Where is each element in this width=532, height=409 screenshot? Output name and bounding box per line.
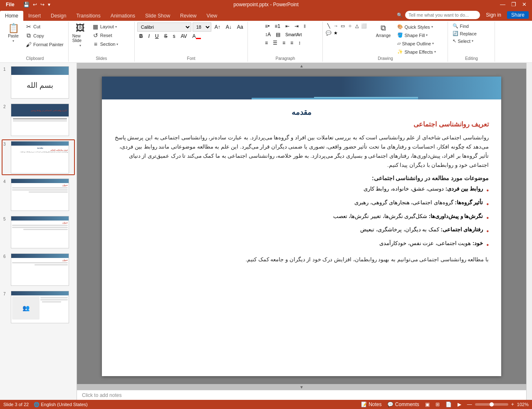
notes-bar[interactable]: Click to add notes [77, 390, 526, 400]
replace-button[interactable]: 🔄 Replace [450, 30, 492, 37]
shape-fill-button[interactable]: 🪣 Shape Fill ▾ [395, 32, 445, 39]
align-left-button[interactable]: ≡ [263, 39, 270, 47]
align-center-button[interactable]: ☰ [271, 39, 280, 47]
format-painter-button[interactable]: 🖌 Format Painter [23, 40, 66, 49]
current-slide[interactable]: مقدمه تعریف روانشناسی اجتماعی روانشناسی … [102, 77, 501, 376]
zoom-out-button[interactable]: — [466, 402, 473, 407]
shape-rect[interactable]: ▭ [339, 22, 346, 29]
slide-thumb-1[interactable]: 1 بسم الله [2, 64, 75, 100]
italic-button[interactable]: I [146, 32, 151, 40]
font-color-button[interactable]: A [191, 32, 203, 40]
tab-insert[interactable]: Insert [23, 11, 46, 21]
font-name-select[interactable]: Calibri [137, 22, 191, 32]
shape-oval[interactable]: ○ [346, 22, 353, 29]
text-direction-button[interactable]: ↕A [263, 31, 273, 38]
slide-thumb-4[interactable]: 4 عنوان [2, 177, 75, 213]
quick-styles-button[interactable]: 🎨 Quick Styles ▾ [395, 23, 445, 30]
redo-button[interactable]: ↪ [39, 1, 46, 8]
bullets-button[interactable]: ≡• [263, 22, 272, 30]
right-scrollbar[interactable] [526, 63, 532, 400]
numbering-button[interactable]: ≡1 [272, 22, 282, 30]
slide-thumb-6[interactable]: 6 عنوان [2, 252, 75, 288]
shape-arrow[interactable]: → [332, 22, 339, 29]
zoom-in-button[interactable]: + [510, 402, 515, 407]
sign-in-button[interactable]: Sign in [483, 12, 505, 18]
undo-button[interactable]: ↩ [32, 1, 38, 8]
slide-image-3: مقدمه تعریف روانشناسی اجتماعی روانشناسی … [11, 141, 69, 174]
customize-qat-button[interactable]: ▾ [47, 1, 52, 8]
shape-line[interactable]: ╲ [325, 22, 332, 29]
slide-thumb-3[interactable]: 3 مقدمه تعریف روانشناسی اجتماعی روانشناس… [2, 139, 75, 175]
slide-show-button[interactable]: ▶ [456, 402, 463, 407]
reading-view-button[interactable]: 📄 [444, 402, 453, 407]
justify-button[interactable]: ≡ [288, 39, 295, 47]
copy-button[interactable]: ⧉ Copy [23, 31, 66, 40]
reset-button[interactable]: ↺ Reset [90, 31, 132, 40]
comments-status-button[interactable]: 💬 Comments [386, 402, 420, 407]
slide-sorter-button[interactable]: ⊞ [434, 402, 441, 407]
shape-star[interactable]: ★ [332, 30, 339, 36]
notes-status-button[interactable]: 📝 Notes [360, 402, 383, 407]
restore-button[interactable]: ❐ [509, 0, 518, 9]
save-button[interactable]: 💾 [22, 1, 31, 8]
find-button[interactable]: 🔍 Find [450, 22, 492, 30]
tab-design[interactable]: Design [46, 11, 71, 21]
align-text-button[interactable]: ▤ [274, 31, 282, 38]
bullet-item-5: • خود: هویت اجتماعی، عزت نفس، خودکارآمدی [114, 239, 489, 250]
tab-transitions[interactable]: Transitions [71, 11, 105, 21]
select-button[interactable]: ↖ Select ▾ [450, 37, 492, 45]
line-spacing-button[interactable]: ↕ [296, 39, 303, 47]
increase-font-button[interactable]: A↑ [213, 23, 223, 31]
shape-triangle[interactable]: △ [354, 22, 360, 29]
char-spacing-button[interactable]: AV [178, 32, 189, 40]
columns-button[interactable]: ⫴ [302, 22, 308, 30]
tab-home[interactable]: Home [0, 11, 23, 21]
slide-number-4: 4 [3, 179, 9, 184]
share-button[interactable]: Share [507, 11, 529, 19]
font-size-select[interactable]: 18 [193, 22, 211, 32]
new-slide-button[interactable]: 🖼 New Slide ▾ [71, 22, 89, 49]
paste-button[interactable]: 📋 Paste ▾ [4, 22, 22, 44]
shape-more[interactable]: ⬜ [361, 22, 367, 29]
bold-button[interactable]: B [137, 32, 145, 40]
slide-header [102, 77, 501, 99]
align-right-button[interactable]: ≡ [280, 39, 287, 47]
normal-view-button[interactable]: ▣ [424, 402, 431, 407]
section-button[interactable]: ≡ Section ▾ [90, 40, 132, 48]
font-group: Calibri 18 A↑ A↓ Aa B I U S s [135, 22, 248, 62]
slide-thumb-5[interactable]: 5 عنوان [2, 214, 75, 250]
clipboard-small-group: ✂ Cut ⧉ Copy 🖌 Format Painter [23, 22, 66, 49]
layout-button[interactable]: ▦ Layout ▾ [90, 22, 132, 31]
ribbon-tabs: Home Insert Design Transitions Animation… [0, 9, 222, 21]
slide-thumb-7[interactable]: 7 👥 [2, 289, 75, 325]
paragraph-label: Paragraph [276, 55, 295, 61]
strikethrough-button[interactable]: S [162, 32, 169, 40]
zoom-slider[interactable] [475, 403, 508, 406]
tab-animations[interactable]: Animations [106, 11, 140, 21]
cut-button[interactable]: ✂ Cut [23, 22, 66, 31]
shape-effects-button[interactable]: ✨ Shape Effects ▾ [395, 48, 445, 55]
slide-viewport[interactable]: مقدمه تعریف روانشناسی اجتماعی روانشناسی … [77, 69, 526, 384]
search-input[interactable] [405, 11, 480, 19]
clear-format-button[interactable]: Aa [235, 23, 245, 31]
shadow-button[interactable]: s [171, 32, 177, 40]
slide-image-1: بسم الله [11, 66, 69, 99]
tab-view[interactable]: View [201, 11, 222, 21]
tab-review[interactable]: Review [175, 11, 201, 21]
underline-button[interactable]: U [153, 32, 161, 40]
slide-thumb-2[interactable]: 2 کاربرد روانشناسی اجتماعی در روابط زوجی… [2, 102, 75, 138]
convert-smartart-button[interactable]: SmartArt [283, 32, 304, 38]
tab-slideshow[interactable]: Slide Show [140, 11, 175, 21]
shape-callout[interactable]: 💬 [325, 30, 332, 36]
arrange-button[interactable]: ⧉ Arrange [373, 22, 393, 39]
mini-slide-7: 👥 [11, 291, 69, 323]
indent-increase-button[interactable]: ⇥ [292, 22, 301, 30]
file-tab[interactable]: File [0, 0, 20, 10]
shape-outline-button[interactable]: ▱ Shape Outline ▾ [395, 40, 445, 47]
indent-decrease-button[interactable]: ⇤ [283, 22, 292, 30]
decrease-font-button[interactable]: A↓ [224, 23, 234, 31]
app-area: 1 بسم الله 2 کاربرد روانشناسی اجتماعی در… [0, 63, 532, 400]
font-label: Font [187, 55, 195, 61]
close-button[interactable]: ✕ [520, 0, 529, 9]
minimize-button[interactable]: — [498, 0, 507, 9]
